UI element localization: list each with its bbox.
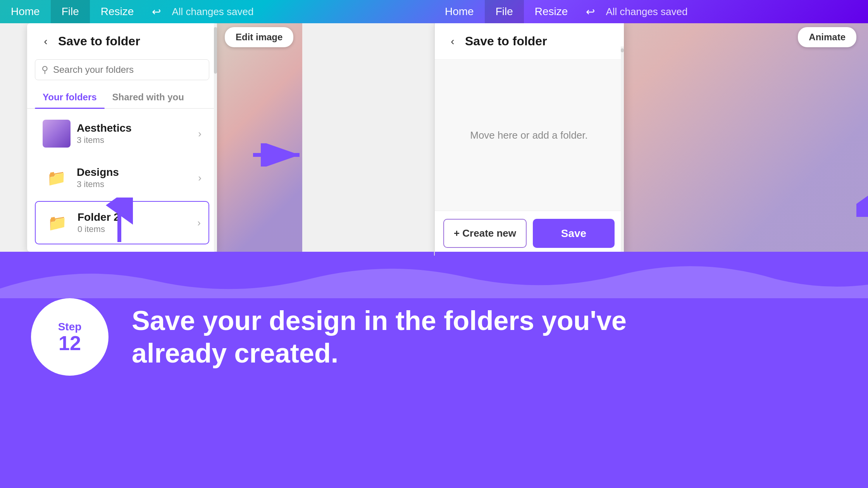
undo-icon-left[interactable]: ↩ xyxy=(148,4,164,19)
folder-thumb-folder2: 📁 xyxy=(43,209,71,237)
chevron-icon-folder2: › xyxy=(197,217,201,229)
nav-file-right[interactable]: File xyxy=(485,0,524,23)
right-nav-section: Home File Resize ↩ All changes saved xyxy=(434,0,868,23)
back-button-right[interactable]: ‹ xyxy=(446,34,460,48)
folder-info-designs: Designs 3 items xyxy=(77,166,192,189)
search-icon-left: ⚲ xyxy=(41,64,48,75)
scrollbar-thumb-left[interactable] xyxy=(214,27,217,74)
scrollbar-left[interactable] xyxy=(214,23,217,252)
dialog-save-right: ‹ Save to folder Move here or add a fold… xyxy=(434,23,624,256)
dialog-body-right: Move here or add a folder. xyxy=(434,60,624,211)
tab-shared[interactable]: Shared with you xyxy=(105,86,192,108)
arrow-down-right xyxy=(856,167,868,218)
chevron-icon-aesthetics: › xyxy=(198,128,202,140)
top-nav-bar: Home File Resize ↩ All changes saved Hom… xyxy=(0,0,868,23)
folder-item-designs[interactable]: 📁 Designs 3 items › xyxy=(35,157,209,199)
bottom-text-line1: Save your design in the folders you've xyxy=(132,306,627,336)
folder-count-aesthetics: 3 items xyxy=(77,135,192,145)
nav-home-left[interactable]: Home xyxy=(0,0,51,23)
dialog-title-left: Save to folder xyxy=(58,34,140,48)
animate-button[interactable]: Animate xyxy=(798,27,856,47)
left-nav-section: Home File Resize ↩ All changes saved xyxy=(0,0,434,23)
step-number: 12 xyxy=(59,333,81,353)
search-bar-left[interactable]: ⚲ xyxy=(35,59,209,80)
step-circle: Step 12 xyxy=(31,298,108,376)
create-new-button[interactable]: + Create new xyxy=(443,219,527,248)
folder-item-aesthetics[interactable]: Aesthetics 3 items › xyxy=(35,113,209,155)
saved-status-right: All changes saved xyxy=(598,6,695,18)
tabs-row-left: Your folders Shared with you xyxy=(27,86,217,109)
save-button[interactable]: Save xyxy=(533,219,615,248)
folder-count-designs: 3 items xyxy=(77,179,192,189)
bottom-text: Save your design in the folders you've a… xyxy=(132,304,627,369)
tab-your-folders[interactable]: Your folders xyxy=(35,86,105,108)
folder-thumb-aesthetics xyxy=(43,120,71,148)
bottom-section: Step 12 Save your design in the folders … xyxy=(0,252,868,488)
edit-image-button[interactable]: Edit image xyxy=(225,27,293,47)
folder-icon-folder2: 📁 xyxy=(48,214,67,232)
folder-name-designs: Designs xyxy=(77,166,192,179)
folder-thumb-img-aesthetics xyxy=(43,120,71,148)
scrollbar-right[interactable] xyxy=(621,46,624,256)
center-separator xyxy=(434,0,435,256)
back-button-left[interactable]: ‹ xyxy=(39,34,53,48)
empty-message-right: Move here or add a folder. xyxy=(470,129,588,141)
arrow-up-left xyxy=(104,198,135,246)
dialog-footer-right: + Create new Save xyxy=(434,211,624,256)
bottom-content: Step 12 Save your design in the folders … xyxy=(0,283,868,391)
nav-resize-left[interactable]: Resize xyxy=(90,0,145,23)
folder-icon-designs: 📁 xyxy=(47,169,66,187)
dialog-header-left: ‹ Save to folder xyxy=(27,23,217,59)
canvas-bg-left xyxy=(217,23,302,252)
saved-status-left: All changes saved xyxy=(164,6,261,18)
dialog-header-right: ‹ Save to folder xyxy=(434,23,624,60)
folder-info-aesthetics: Aesthetics 3 items xyxy=(77,122,192,145)
nav-resize-right[interactable]: Resize xyxy=(524,0,579,23)
search-input-left[interactable] xyxy=(53,64,203,75)
undo-icon-right[interactable]: ↩ xyxy=(582,4,598,19)
nav-file-left[interactable]: File xyxy=(51,0,90,23)
step-label: Step xyxy=(58,321,82,333)
dialog-title-right: Save to folder xyxy=(465,34,547,48)
arrow-horizontal xyxy=(251,143,305,168)
bottom-text-line2: already created. xyxy=(132,338,338,368)
folder-thumb-designs: 📁 xyxy=(43,164,71,192)
chevron-icon-designs: › xyxy=(198,172,202,184)
scrollbar-thumb-right-top[interactable] xyxy=(621,48,624,52)
nav-home-right[interactable]: Home xyxy=(434,0,485,23)
folder-name-aesthetics: Aesthetics xyxy=(77,122,192,134)
